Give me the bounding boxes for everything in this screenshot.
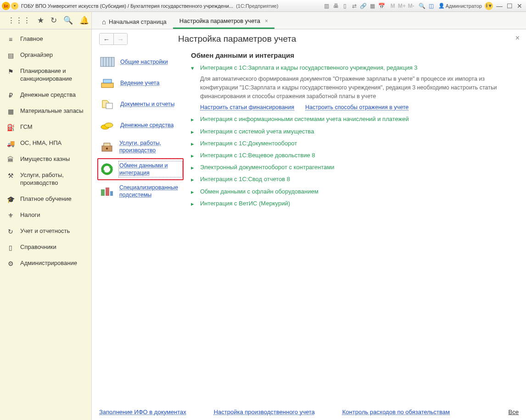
sidebar-item[interactable]: ▤Органайзер <box>0 47 91 63</box>
group-collapsed: ▸Интеграция с 1С:Свод отчетов 8 <box>191 175 519 183</box>
chevron-right-icon: ▸ <box>191 116 197 123</box>
category-link[interactable]: Услуги, работы, производство <box>119 139 182 155</box>
bell-icon[interactable]: 🔔 <box>79 16 89 25</box>
m-plus-button[interactable]: M+ <box>398 2 406 10</box>
sidebar-icon: ⚒ <box>6 172 15 179</box>
star-icon[interactable]: ★ <box>37 16 44 25</box>
category-link[interactable]: Специализированные подсистемы <box>119 184 182 199</box>
category-link[interactable]: Обмен данными и интеграция <box>119 162 182 177</box>
forward-button[interactable]: → <box>113 33 127 44</box>
sidebar-item[interactable]: ⚑Планирование и санкционирование <box>0 63 91 87</box>
group-header[interactable]: ▸Интеграция с 1С:Свод отчетов 8 <box>191 175 519 183</box>
product-name: (1С:Предприятие) <box>236 3 278 9</box>
link-configure-reflect[interactable]: Настроить способы отражения в учете <box>305 104 408 111</box>
m-button[interactable]: M <box>389 2 397 10</box>
category-icon <box>99 140 115 154</box>
sidebar-item[interactable]: ↻Учет и отчетность <box>0 223 91 239</box>
tab-home[interactable]: Начальная страница <box>95 14 173 29</box>
group-title: Интеграция с 1С:Документооборот <box>200 139 297 148</box>
link-configure-fin[interactable]: Настроить статьи финансирования <box>200 104 294 111</box>
category-item[interactable]: Специализированные подсистемы <box>97 180 184 203</box>
chevron-right-icon: ▸ <box>191 188 197 195</box>
user-label[interactable]: Администратор <box>438 3 482 9</box>
svg-rect-0 <box>101 57 114 66</box>
m-minus-button[interactable]: M- <box>407 2 415 10</box>
category-icon <box>99 55 116 69</box>
chevron-right-icon: ▸ <box>191 128 197 135</box>
print-icon[interactable]: 🖶 <box>332 2 340 10</box>
group-header[interactable]: ▸Интеграция с информационными системами … <box>191 115 519 123</box>
footer-link-control[interactable]: Контроль расходов по обязательствам <box>342 409 450 415</box>
tab-close-icon[interactable]: × <box>265 18 268 24</box>
svg-rect-14 <box>101 189 105 196</box>
history-icon[interactable]: ↻ <box>50 16 57 25</box>
info-icon[interactable]: i ▾ <box>485 2 493 10</box>
sidebar-label: Налоги <box>20 211 40 219</box>
tab-settings[interactable]: Настройка параметров учета × <box>173 14 274 29</box>
group-header[interactable]: ▸Интеграция с ВетИС (Меркурий) <box>191 199 519 208</box>
doc-icon[interactable]: ▯ <box>341 2 349 10</box>
sidebar-icon: ▦ <box>6 108 15 115</box>
group-header[interactable]: ▸Интеграция с 1С:Документооборот <box>191 139 519 148</box>
category-link[interactable]: Ведение учета <box>120 79 159 87</box>
calendar-icon[interactable]: 📅 <box>378 2 386 10</box>
svg-rect-16 <box>110 191 113 196</box>
toolbar: ⋮⋮⋮ ★ ↻ 🔍 🔔 Начальная страница Настройка… <box>0 12 526 29</box>
sidebar-label: ГСМ <box>20 123 33 131</box>
category-link[interactable]: Документы и отчеты <box>120 100 175 108</box>
category-item[interactable]: Ведение учета <box>97 72 184 94</box>
calc-icon[interactable]: ▦ <box>369 2 377 10</box>
footer-link-all[interactable]: Все <box>509 409 519 415</box>
zoom-icon[interactable]: 🔍 <box>418 2 426 10</box>
sidebar-item[interactable]: ⚙Администрирование <box>0 255 91 271</box>
footer-links: Заполнение ИФО в документах Настройка пр… <box>99 409 519 415</box>
footer-link-prod[interactable]: Настройка производственного учета <box>214 409 315 415</box>
sidebar-item[interactable]: ₽Денежные средства <box>0 87 91 103</box>
sidebar-item[interactable]: ≡Главное <box>0 31 91 47</box>
sidebar-icon: 🏛 <box>6 156 15 163</box>
category-item[interactable]: Документы и отчеты <box>97 94 184 115</box>
back-button[interactable]: ← <box>100 33 113 44</box>
close-window-button[interactable]: ✕ <box>515 2 524 10</box>
memory-buttons: M M+ M- <box>389 2 415 10</box>
category-item[interactable]: Общие настройки <box>97 51 184 72</box>
sidebar-item[interactable]: 🎓Платное обучение <box>0 191 91 207</box>
sidebar-item[interactable]: ⛽ГСМ <box>0 119 91 135</box>
category-link[interactable]: Денежные средства <box>120 122 173 129</box>
category-icon <box>99 118 116 132</box>
sidebar-item[interactable]: ▯Справочники <box>0 239 91 255</box>
sidebar-label: ОС, НМА, НПА <box>20 139 62 147</box>
panels-icon[interactable]: ◫ <box>427 2 436 10</box>
sidebar-item[interactable]: 🚚ОС, НМА, НПА <box>0 135 91 151</box>
group-description: Для автоматического формирования докумен… <box>200 75 519 100</box>
group-header[interactable]: ▸Обмен данными с офлайн оборудованием <box>191 188 519 196</box>
svg-rect-7 <box>106 103 112 109</box>
compare-icon[interactable]: ⇄ <box>350 2 358 10</box>
group-collapsed: ▸Интеграция с системой учета имущества <box>191 127 519 136</box>
sidebar-item[interactable]: ▦Материальные запасы <box>0 103 91 119</box>
group-header[interactable]: ▸Электронный документооборот с контраген… <box>191 163 519 171</box>
minimize-button[interactable]: — <box>495 2 504 10</box>
titlebar-tools: ▥ 🖶 ▯ ⇄ 🔗 ▦ 📅 <box>323 2 386 10</box>
sidebar-icon: ₽ <box>6 92 15 99</box>
footer-link-ifo[interactable]: Заполнение ИФО в документах <box>99 409 186 415</box>
link-icon[interactable]: 🔗 <box>359 2 368 10</box>
sidebar-icon: ⚑ <box>6 68 15 75</box>
category-item[interactable]: Денежные средства <box>97 115 184 136</box>
sidebar-item[interactable]: ⚒Услуги, работы, производство <box>0 167 91 191</box>
sidebar-item[interactable]: 🏛Имущество казны <box>0 151 91 167</box>
apps-icon[interactable]: ⋮⋮⋮ <box>7 16 31 25</box>
group-header[interactable]: ▸Интеграция с 1С:Вещевое довольствие 8 <box>191 151 519 160</box>
category-item[interactable]: Услуги, работы, производство <box>97 136 184 158</box>
category-link[interactable]: Общие настройки <box>120 58 168 66</box>
sidebar-item[interactable]: ⚜Налоги <box>0 207 91 223</box>
maximize-button[interactable]: ☐ <box>505 2 514 10</box>
group-header[interactable]: ▸Интеграция с системой учета имущества <box>191 127 519 136</box>
app-menu-dropdown[interactable] <box>11 2 18 10</box>
group-header[interactable]: ▾ Интеграция с 1С:Зарплата и кадры госуд… <box>191 64 519 72</box>
search-icon[interactable]: 🔍 <box>63 16 73 25</box>
svg-rect-6 <box>103 79 112 83</box>
category-item[interactable]: Обмен данными и интеграция <box>97 158 184 181</box>
close-page-icon[interactable]: × <box>515 34 520 42</box>
print-preview-icon[interactable]: ▥ <box>323 2 331 10</box>
